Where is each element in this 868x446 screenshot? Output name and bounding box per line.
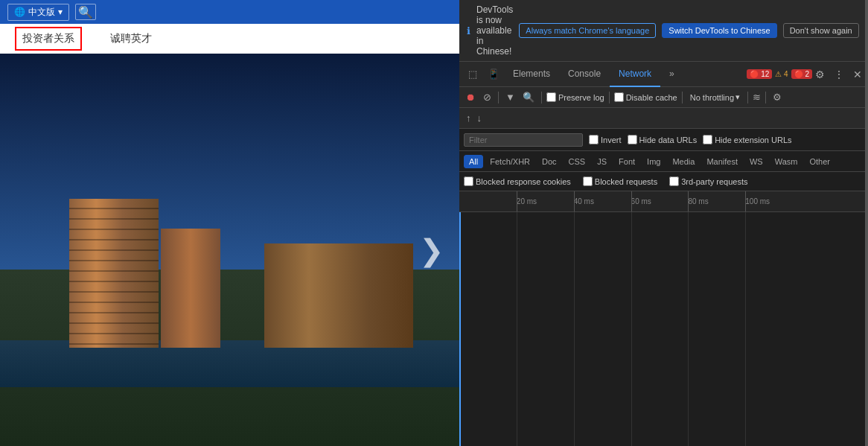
timeline-header: 20 ms40 ms60 ms80 ms100 ms: [459, 191, 868, 212]
error-count: 12: [761, 70, 769, 78]
filter-type-ws[interactable]: WS: [744, 155, 768, 168]
infobar-message: DevTools is now available in Chinese!: [476, 4, 513, 57]
invert-label[interactable]: Invert: [589, 135, 622, 144]
throttle-label: No throttling: [690, 93, 734, 102]
tab-elements[interactable]: Elements: [504, 62, 559, 87]
req-opt-checkbox-0[interactable]: [464, 176, 473, 186]
building-far: [264, 243, 413, 348]
info-count: 2: [805, 70, 809, 78]
info-count-icon: 🔴: [794, 70, 803, 78]
next-slide-button[interactable]: ❯: [419, 233, 444, 267]
tab-network[interactable]: Network: [610, 62, 660, 87]
invert-checkbox[interactable]: [589, 135, 599, 144]
filter-type-other[interactable]: Other: [804, 155, 835, 168]
hide-ext-urls-checkbox[interactable]: [703, 135, 712, 144]
wifi-icon: ≋: [753, 92, 761, 103]
filter-type-js[interactable]: JS: [592, 155, 612, 168]
filter-type-font[interactable]: Font: [613, 155, 640, 168]
warning-icon: ⚠: [775, 70, 782, 78]
match-language-button[interactable]: Always match Chrome's language: [519, 23, 656, 38]
clear-button[interactable]: ⊘: [481, 90, 494, 104]
devtools-close-button[interactable]: ✕: [850, 67, 865, 82]
timeline-grid: [459, 212, 868, 446]
tab-network-label: Network: [619, 69, 651, 79]
website-header: 🌐 中文版 ▾ 🔍: [0, 0, 459, 24]
preserve-log-label[interactable]: Preserve log: [546, 92, 604, 102]
network-toolbar: ⏺ ⊘ ▼ 🔍 Preserve log Disable cache No th…: [459, 87, 868, 108]
dont-show-button[interactable]: Don't show again: [783, 23, 859, 38]
timeline-tick-0: 20 ms: [517, 191, 537, 211]
timeline-tick-3: 80 ms: [688, 191, 708, 211]
filter-type-wasm[interactable]: Wasm: [770, 155, 803, 168]
toolbar-divider-4: [682, 92, 683, 103]
hide-data-urls-label[interactable]: Hide data URLs: [628, 135, 698, 144]
req-opt-0[interactable]: Blocked response cookies: [464, 176, 571, 186]
hide-data-urls-checkbox[interactable]: [628, 135, 637, 144]
nav-item-investor[interactable]: 投资者关系: [15, 27, 82, 51]
building-scene: [0, 54, 459, 446]
lang-arrow-icon: ▾: [58, 7, 63, 17]
devtools-settings-button[interactable]: ⚙: [812, 67, 828, 82]
req-opt-checkbox-2[interactable]: [669, 176, 679, 186]
timeline-tick-2: 60 ms: [631, 191, 651, 211]
timeline-content: [459, 212, 868, 446]
network-settings-button[interactable]: ⚙: [770, 90, 784, 104]
grid-line-4: [745, 212, 746, 446]
export-button[interactable]: ↓: [475, 111, 485, 125]
nav-item-recruit[interactable]: 诚聘英才: [104, 28, 158, 49]
device-icon[interactable]: 📱: [483, 62, 504, 87]
disable-cache-checkbox[interactable]: [614, 92, 624, 102]
filter-type-all[interactable]: All: [464, 155, 483, 168]
req-opt-2[interactable]: 3rd-party requests: [669, 176, 747, 186]
search-icon: 🔍: [78, 5, 93, 19]
filter-type-doc[interactable]: Doc: [537, 155, 562, 168]
nav-item-recruit-label: 诚聘英才: [110, 32, 152, 44]
tab-more[interactable]: »: [660, 62, 683, 87]
toolbar-divider-2: [541, 92, 542, 103]
filter-type-media[interactable]: Media: [667, 155, 700, 168]
hide-ext-urls-label[interactable]: Hide extension URLs: [703, 135, 791, 144]
invert-text: Invert: [601, 136, 622, 144]
filter-type-img[interactable]: Img: [642, 155, 666, 168]
hero-image: ❯: [0, 54, 459, 446]
filter-input[interactable]: [464, 133, 583, 147]
disable-cache-label[interactable]: Disable cache: [614, 92, 677, 102]
resize-handle[interactable]: [865, 0, 868, 446]
grid-line-0: [517, 212, 517, 446]
switch-chinese-button[interactable]: Switch DevTools to Chinese: [662, 23, 776, 38]
tab-console-label: Console: [568, 69, 601, 79]
import-button[interactable]: ↑: [464, 111, 473, 125]
language-button[interactable]: 🌐 中文版 ▾: [7, 4, 69, 21]
filter-type-manifest[interactable]: Manifest: [701, 155, 743, 168]
timeline-tick-1: 40 ms: [574, 191, 594, 211]
info-icon: ℹ: [467, 25, 470, 36]
throttle-dropdown[interactable]: No throttling ▾: [687, 91, 743, 103]
warning-count: 4: [784, 70, 788, 78]
filter-type-fetch/xhr[interactable]: Fetch/XHR: [485, 155, 535, 168]
inspect-element-icon[interactable]: ⬚: [462, 62, 483, 87]
filter-type-bar: AllFetch/XHRDocCSSJSFontImgMediaManifest…: [459, 151, 868, 172]
filter-button[interactable]: ▼: [503, 90, 517, 104]
preserve-log-checkbox[interactable]: [546, 92, 556, 102]
network-toolbar2: ↑ ↓: [459, 108, 868, 129]
tab-console[interactable]: Console: [559, 62, 610, 87]
upload-icon: ↑: [466, 112, 471, 124]
req-opt-1[interactable]: Blocked requests: [583, 176, 657, 186]
devtools-panel: ℹ DevTools is now available in Chinese! …: [459, 0, 868, 446]
tab-actions: ⚙ ⋮ ✕: [812, 67, 865, 82]
hide-ext-urls-text: Hide extension URLs: [715, 136, 791, 144]
filter-bar: Invert Hide data URLs Hide extension URL…: [459, 129, 868, 151]
info-count-badge: 🔴 2: [791, 69, 812, 79]
building-main: [69, 199, 159, 348]
req-opt-checkbox-1[interactable]: [583, 176, 593, 186]
error-icon: 🔴: [750, 70, 759, 78]
download-icon: ↓: [477, 112, 482, 124]
toolbar-divider-1: [498, 92, 499, 103]
website-nav: 投资者关系 诚聘英才: [0, 24, 459, 54]
filter-type-css[interactable]: CSS: [564, 155, 591, 168]
record-button[interactable]: ⏺: [464, 90, 478, 104]
disable-cache-text: Disable cache: [626, 93, 677, 102]
search-button[interactable]: 🔍: [520, 90, 537, 104]
search-button[interactable]: 🔍: [75, 4, 96, 20]
devtools-menu-button[interactable]: ⋮: [831, 67, 847, 82]
